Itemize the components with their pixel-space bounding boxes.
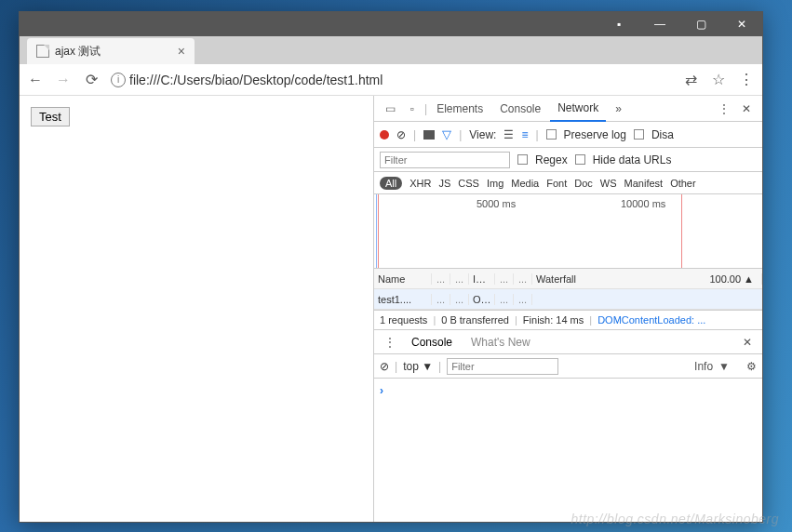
translate-icon[interactable]: ⇄ xyxy=(682,71,699,88)
filter-ws[interactable]: WS xyxy=(600,178,617,189)
waterfall-value: 100.00 ▲ xyxy=(709,273,758,285)
filter-doc[interactable]: Doc xyxy=(574,178,593,189)
browser-tab[interactable]: ajax 测试 × xyxy=(27,38,195,64)
test-button[interactable]: Test xyxy=(31,107,70,126)
tab-strip: ajax 测试 × xyxy=(20,36,762,64)
network-grid: Name ... ... Ini... ... ... Waterfall 10… xyxy=(374,269,762,310)
user-icon[interactable]: ▪ xyxy=(598,12,639,36)
address-bar: ← → ⟳ i file:///C:/Users/biao/Desktop/co… xyxy=(20,64,762,96)
network-type-filters: All XHR JS CSS Img Media Font Doc WS Man… xyxy=(374,172,762,194)
devtools-menu[interactable]: ⋮ xyxy=(714,102,734,115)
filter-js[interactable]: JS xyxy=(438,178,450,189)
filter-font[interactable]: Font xyxy=(546,178,567,189)
device-toggle-icon[interactable]: ▫ xyxy=(402,102,423,115)
col-name[interactable]: Name xyxy=(374,273,432,285)
filter-manifest[interactable]: Manifest xyxy=(624,178,664,189)
network-filter-input[interactable] xyxy=(380,152,510,168)
screenshot-icon[interactable] xyxy=(423,130,435,140)
col-a[interactable]: ... xyxy=(432,273,450,285)
console-body[interactable]: › xyxy=(374,379,762,522)
view-large-icon[interactable]: ☰ xyxy=(503,128,514,141)
network-toolbar: ⊘ | ▽ | View: ☰ ≡ | Preserve log Disa xyxy=(374,122,762,148)
disable-cache-label: Disa xyxy=(651,128,674,141)
view-label: View: xyxy=(469,128,496,141)
hide-data-urls-checkbox[interactable] xyxy=(575,154,585,165)
cell-b: ... xyxy=(450,294,469,305)
disable-cache-checkbox[interactable] xyxy=(634,129,644,140)
console-context[interactable]: top ▼ xyxy=(403,360,433,373)
console-level[interactable]: Info xyxy=(694,360,713,373)
network-filter-bar: Regex Hide data URLs xyxy=(374,148,762,172)
col-initiator[interactable]: Ini... xyxy=(469,273,495,285)
cell-initiator: Ot... xyxy=(469,294,495,305)
minimize-button[interactable]: — xyxy=(639,12,680,36)
preserve-log-checkbox[interactable] xyxy=(546,129,557,140)
maximize-button[interactable]: ▢ xyxy=(680,12,721,36)
record-button[interactable] xyxy=(380,130,389,140)
reload-button[interactable]: ⟳ xyxy=(83,71,100,88)
back-button[interactable]: ← xyxy=(27,72,44,88)
console-settings-icon[interactable]: ⚙ xyxy=(746,360,757,373)
regex-label: Regex xyxy=(535,153,568,166)
network-summary: 1 requests | 0 B transferred | Finish: 1… xyxy=(374,310,762,330)
drawer-tab-whatsnew[interactable]: What's New xyxy=(463,330,538,354)
col-b[interactable]: ... xyxy=(450,273,469,285)
devtools-panel: ▭ ▫ | Elements Console Network » ⋮ ✕ ⊘ |… xyxy=(373,96,762,522)
filter-css[interactable]: CSS xyxy=(458,178,479,189)
drawer-tabs: ⋮ Console What's New ✕ xyxy=(374,330,762,354)
url-field[interactable]: i file:///C:/Users/biao/Desktop/code/tes… xyxy=(111,73,671,87)
console-level-arrow[interactable]: ▼ xyxy=(718,360,730,373)
forward-button[interactable]: → xyxy=(55,72,72,88)
summary-dcl: DOMContentLoaded: ... xyxy=(597,314,705,326)
summary-finish: Finish: 14 ms xyxy=(523,314,584,326)
tab-console[interactable]: Console xyxy=(492,96,548,122)
clear-button[interactable]: ⊘ xyxy=(396,128,406,141)
summary-transferred: 0 B transferred xyxy=(441,314,509,326)
filter-img[interactable]: Img xyxy=(487,178,503,189)
inspect-icon[interactable]: ▭ xyxy=(380,102,400,115)
grid-header: Name ... ... Ini... ... ... Waterfall 10… xyxy=(374,269,762,289)
regex-checkbox[interactable] xyxy=(517,154,528,165)
preserve-log-label: Preserve log xyxy=(564,128,626,141)
summary-requests: 1 requests xyxy=(380,314,427,326)
drawer-menu[interactable]: ⋮ xyxy=(380,336,400,349)
devtools-tabs: ▭ ▫ | Elements Console Network » ⋮ ✕ xyxy=(374,96,762,122)
col-d[interactable]: ... xyxy=(514,273,532,285)
tab-title: ajax 测试 xyxy=(55,44,101,60)
tab-network[interactable]: Network xyxy=(550,96,606,122)
filter-icon[interactable]: ▽ xyxy=(442,127,451,141)
cell-c: ... xyxy=(495,294,514,305)
file-icon xyxy=(36,45,49,58)
timeline-tick-2: 10000 ms xyxy=(621,198,665,209)
console-filter-input[interactable] xyxy=(447,358,558,375)
watermark: http://blog.csdn.net/Marksinoberg xyxy=(571,512,779,526)
content-area: Test ▭ ▫ | Elements Console Network » ⋮ … xyxy=(20,96,762,522)
network-timeline[interactable]: 5000 ms 10000 ms xyxy=(374,194,762,269)
console-toolbar: ⊘ | top ▼ | Info ▼ ⚙ xyxy=(374,354,762,379)
filter-other[interactable]: Other xyxy=(670,178,696,189)
grid-row[interactable]: test1.... ... ... Ot... ... ... xyxy=(374,289,762,310)
page-body: Test xyxy=(20,96,373,522)
bookmark-star-icon[interactable]: ☆ xyxy=(710,71,727,88)
filter-xhr[interactable]: XHR xyxy=(409,178,431,189)
drawer-close[interactable]: ✕ xyxy=(738,336,757,349)
info-icon[interactable]: i xyxy=(111,73,126,87)
col-c[interactable]: ... xyxy=(495,273,514,285)
browser-menu-button[interactable]: ⋮ xyxy=(738,71,755,88)
waterfall-label: Waterfall xyxy=(536,273,576,285)
col-waterfall[interactable]: Waterfall 100.00 ▲ xyxy=(532,273,762,285)
devtools-close[interactable]: ✕ xyxy=(736,102,757,115)
console-prompt: › xyxy=(380,384,383,397)
view-compact-icon[interactable]: ≡ xyxy=(521,128,528,141)
filter-media[interactable]: Media xyxy=(511,178,539,189)
filter-all[interactable]: All xyxy=(380,177,402,190)
tab-elements[interactable]: Elements xyxy=(429,96,490,122)
url-text: file:///C:/Users/biao/Desktop/code/test1… xyxy=(129,73,383,87)
close-window-button[interactable]: ✕ xyxy=(721,12,762,36)
browser-window: ▪ — ▢ ✕ ajax 测试 × ← → ⟳ i file:///C:/Use… xyxy=(19,11,763,523)
console-clear[interactable]: ⊘ xyxy=(380,360,389,373)
tab-more[interactable]: » xyxy=(608,96,629,122)
drawer-tab-console[interactable]: Console xyxy=(404,330,460,354)
window-titlebar: ▪ — ▢ ✕ xyxy=(20,12,762,36)
tab-close-button[interactable]: × xyxy=(178,44,185,59)
